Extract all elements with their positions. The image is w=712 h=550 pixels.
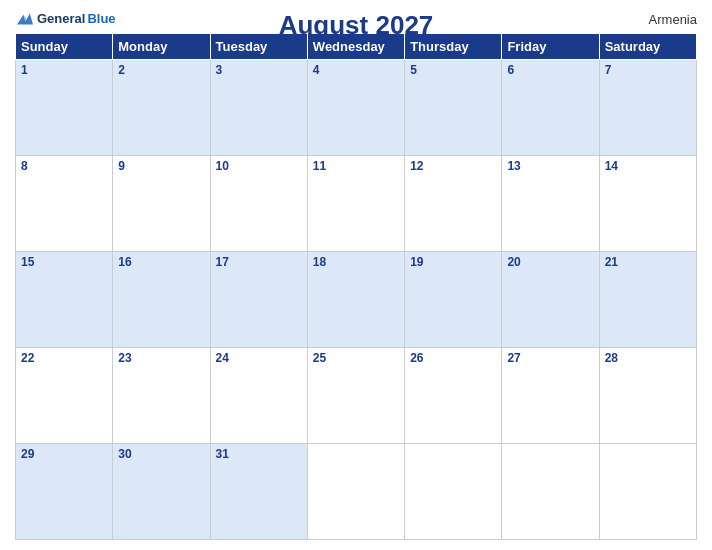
weekday-header: Saturday (599, 34, 696, 60)
calendar-day-cell: 27 (502, 348, 599, 444)
calendar-day-cell: 7 (599, 60, 696, 156)
day-number: 12 (410, 159, 423, 173)
calendar-day-cell: 19 (405, 252, 502, 348)
calendar-day-cell: 15 (16, 252, 113, 348)
day-number: 10 (216, 159, 229, 173)
calendar-header: General Blue August 2027 Armenia (15, 10, 697, 27)
calendar-week-row: 891011121314 (16, 156, 697, 252)
calendar-day-cell: 12 (405, 156, 502, 252)
calendar-day-cell: 8 (16, 156, 113, 252)
calendar-week-row: 15161718192021 (16, 252, 697, 348)
day-number: 17 (216, 255, 229, 269)
day-number: 20 (507, 255, 520, 269)
logo-general-text: General (37, 11, 85, 26)
calendar-title: August 2027 (279, 10, 434, 41)
logo-blue-text: Blue (87, 11, 115, 26)
calendar-day-cell: 23 (113, 348, 210, 444)
day-number: 15 (21, 255, 34, 269)
day-number: 25 (313, 351, 326, 365)
calendar-day-cell: 2 (113, 60, 210, 156)
calendar-day-cell: 22 (16, 348, 113, 444)
day-number: 26 (410, 351, 423, 365)
day-number: 21 (605, 255, 618, 269)
weekday-header: Monday (113, 34, 210, 60)
logo: General Blue (15, 10, 116, 26)
calendar-day-cell: 13 (502, 156, 599, 252)
day-number: 29 (21, 447, 34, 461)
day-number: 2 (118, 63, 125, 77)
day-number: 27 (507, 351, 520, 365)
day-number: 28 (605, 351, 618, 365)
day-number: 9 (118, 159, 125, 173)
title-area: August 2027 (279, 10, 434, 41)
day-number: 24 (216, 351, 229, 365)
logo-bird-icon (15, 10, 35, 26)
calendar-day-cell: 16 (113, 252, 210, 348)
calendar-day-cell (599, 444, 696, 540)
calendar-day-cell: 11 (307, 156, 404, 252)
calendar-day-cell: 28 (599, 348, 696, 444)
day-number: 13 (507, 159, 520, 173)
calendar-day-cell: 21 (599, 252, 696, 348)
day-number: 8 (21, 159, 28, 173)
calendar-table: SundayMondayTuesdayWednesdayThursdayFrid… (15, 33, 697, 540)
day-number: 18 (313, 255, 326, 269)
calendar-day-cell: 25 (307, 348, 404, 444)
calendar-week-row: 1234567 (16, 60, 697, 156)
calendar-day-cell: 18 (307, 252, 404, 348)
calendar-day-cell: 24 (210, 348, 307, 444)
calendar-day-cell (405, 444, 502, 540)
day-number: 16 (118, 255, 131, 269)
calendar-day-cell (307, 444, 404, 540)
calendar-day-cell: 20 (502, 252, 599, 348)
day-number: 1 (21, 63, 28, 77)
weekday-header: Friday (502, 34, 599, 60)
calendar-day-cell: 5 (405, 60, 502, 156)
day-number: 31 (216, 447, 229, 461)
day-number: 4 (313, 63, 320, 77)
calendar-day-cell: 6 (502, 60, 599, 156)
day-number: 11 (313, 159, 326, 173)
calendar-day-cell: 30 (113, 444, 210, 540)
calendar-day-cell: 17 (210, 252, 307, 348)
day-number: 7 (605, 63, 612, 77)
weekday-header: Sunday (16, 34, 113, 60)
calendar-day-cell: 3 (210, 60, 307, 156)
day-number: 19 (410, 255, 423, 269)
calendar-day-cell: 26 (405, 348, 502, 444)
day-number: 23 (118, 351, 131, 365)
calendar-day-cell (502, 444, 599, 540)
calendar-day-cell: 10 (210, 156, 307, 252)
calendar-day-cell: 14 (599, 156, 696, 252)
day-number: 30 (118, 447, 131, 461)
calendar-day-cell: 4 (307, 60, 404, 156)
day-number: 3 (216, 63, 223, 77)
calendar-day-cell: 31 (210, 444, 307, 540)
calendar-week-row: 293031 (16, 444, 697, 540)
day-number: 14 (605, 159, 618, 173)
calendar-day-cell: 9 (113, 156, 210, 252)
calendar-week-row: 22232425262728 (16, 348, 697, 444)
day-number: 5 (410, 63, 417, 77)
calendar-day-cell: 1 (16, 60, 113, 156)
country-label: Armenia (649, 12, 697, 27)
calendar-day-cell: 29 (16, 444, 113, 540)
day-number: 22 (21, 351, 34, 365)
day-number: 6 (507, 63, 514, 77)
